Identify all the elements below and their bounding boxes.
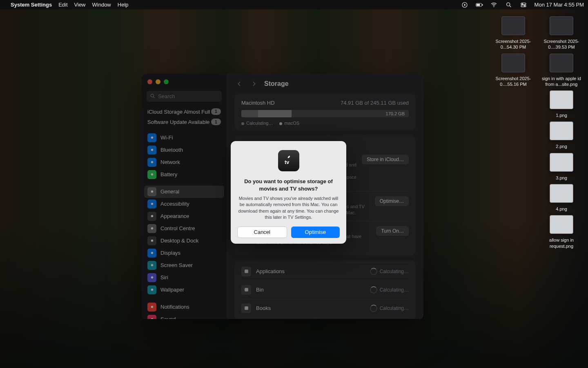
svg-rect-2 — [477, 4, 480, 6]
playback-icon[interactable] — [461, 1, 468, 9]
sidebar-item-accessibility[interactable]: Accessibility — [144, 198, 224, 210]
sidebar-item-control-centre[interactable]: Control Centre — [144, 222, 224, 235]
file-label: Screenshot 2025-0...54.30 PM — [491, 38, 536, 50]
desktop-file[interactable]: sign in with apple id from a...site.png — [539, 54, 584, 88]
svg-point-15 — [151, 191, 153, 193]
wifi-icon[interactable] — [490, 1, 498, 9]
svg-point-25 — [151, 318, 153, 319]
sidebar-item-sound[interactable]: Sound — [144, 313, 224, 319]
sidebar-item-label: Battery — [160, 171, 177, 177]
sidebar-alert[interactable]: iCloud Storage Almost Full1 — [142, 106, 227, 117]
wallpaper-icon — [147, 285, 156, 294]
menu-edit[interactable]: Edit — [58, 2, 67, 8]
file-thumbnail-icon — [501, 16, 525, 35]
nav-forward-button[interactable] — [249, 79, 258, 88]
network-icon — [147, 158, 156, 167]
svg-point-21 — [151, 264, 153, 266]
legend-calculating: Calculating… — [241, 121, 273, 126]
storage-row-developer[interactable]: DeveloperCalculating… — [241, 317, 409, 319]
desktop-dock-icon — [147, 236, 156, 245]
storage-row-icon — [241, 285, 251, 295]
sound-icon — [147, 315, 156, 319]
recommendation-button[interactable]: Optimise… — [375, 196, 409, 206]
svg-rect-3 — [482, 4, 483, 6]
sidebar-item-general[interactable]: General — [144, 186, 224, 198]
sidebar-item-label: Displays — [160, 250, 180, 256]
svg-point-22 — [151, 276, 153, 278]
app-menu[interactable]: System Settings — [11, 2, 52, 8]
close-button[interactable] — [147, 79, 152, 84]
battery-icon[interactable] — [476, 1, 483, 9]
optimise-storage-dialog: tv Do you want to optimise storage of mo… — [231, 141, 346, 244]
sidebar-item-appearance[interactable]: Appearance — [144, 210, 224, 222]
appearance-icon — [147, 212, 156, 221]
storage-row-bin[interactable]: BinCalculating… — [241, 280, 409, 299]
menu-help[interactable]: Help — [118, 2, 129, 8]
sidebar-item-bluetooth[interactable]: Bluetooth — [144, 144, 224, 156]
storage-summary-panel: Macintosh HD 74.91 GB of 245.11 GB used … — [235, 94, 415, 130]
wi-fi-icon — [147, 133, 156, 142]
minimize-button[interactable] — [156, 79, 160, 84]
zoom-button[interactable] — [164, 79, 169, 84]
storage-row-value: Calculating… — [370, 268, 409, 275]
menu-window[interactable]: Window — [92, 2, 111, 8]
sidebar-item-screen-saver[interactable]: Screen Saver — [144, 259, 224, 272]
sidebar-search[interactable]: Search — [147, 91, 222, 102]
sidebar-item-desktop-dock[interactable]: Desktop & Dock — [144, 235, 224, 247]
desktop-file[interactable]: Screenshot 2025-0...54.30 PM — [491, 16, 536, 50]
spinner-icon — [370, 286, 377, 294]
sidebar-item-wi-fi[interactable]: Wi-Fi — [144, 132, 224, 144]
optimise-button[interactable]: Optimise — [291, 227, 340, 238]
storage-row-applications[interactable]: ApplicationsCalculating… — [241, 262, 409, 280]
menu-view[interactable]: View — [74, 2, 86, 8]
sidebar-item-label: Screen Saver — [160, 262, 193, 268]
spinner-icon — [370, 305, 377, 312]
sidebar-item-displays[interactable]: Displays — [144, 247, 224, 259]
control-center-icon[interactable] — [520, 1, 527, 9]
desktop-file[interactable]: 4.png — [539, 184, 584, 212]
sidebar-alert[interactable]: Software Update Available1 — [142, 116, 227, 127]
storage-row-books[interactable]: BooksCalculating… — [241, 299, 409, 317]
control-centre-icon — [147, 224, 156, 233]
desktop-file[interactable]: Screenshot 2025-0....55.16 PM — [491, 54, 536, 88]
desktop-file[interactable]: Screenshot 2025-0....39.53 PM — [539, 16, 584, 50]
desktop-file[interactable]: allow sign in request.png — [539, 215, 584, 249]
sidebar-item-label: Desktop & Dock — [160, 238, 198, 244]
recommendation-button[interactable]: Turn On… — [376, 226, 409, 236]
svg-point-17 — [151, 215, 153, 217]
desktop-file[interactable]: 2.png — [539, 121, 584, 149]
file-label: 4.png — [556, 206, 567, 212]
sidebar-item-label: Bluetooth — [160, 147, 183, 153]
svg-point-11 — [151, 137, 153, 139]
file-thumbnail-icon — [550, 121, 573, 140]
desktop-files: Screenshot 2025-0...54.30 PMScreenshot 2… — [491, 16, 584, 249]
storage-row-value: Calculating… — [370, 305, 409, 312]
svg-point-5 — [506, 2, 510, 6]
svg-point-8 — [522, 3, 523, 4]
alert-badge: 1 — [211, 108, 221, 115]
svg-point-24 — [151, 306, 153, 308]
svg-point-16 — [151, 203, 153, 205]
sidebar-item-siri[interactable]: Siri — [144, 272, 224, 284]
alert-text: Software Update Available — [147, 119, 209, 126]
desktop-file[interactable]: 1.png — [539, 90, 584, 118]
sidebar-item-network[interactable]: Network — [144, 156, 224, 168]
desktop-file[interactable]: 3.png — [539, 153, 584, 181]
spotlight-icon[interactable] — [505, 1, 512, 9]
sidebar-item-wallpaper[interactable]: Wallpaper — [144, 284, 224, 296]
file-thumbnail-icon — [501, 54, 525, 72]
menubar-clock[interactable]: Mon 17 Mar 4:55 PM — [535, 2, 584, 8]
file-label: allow sign in request.png — [539, 237, 584, 249]
svg-rect-30 — [245, 288, 248, 292]
sidebar-item-label: Control Centre — [160, 225, 195, 231]
sidebar-item-battery[interactable]: Battery — [144, 168, 224, 181]
storage-row-value: Calculating… — [370, 286, 409, 294]
svg-rect-29 — [245, 269, 248, 273]
accessibility-icon — [147, 200, 156, 209]
recommendation-button[interactable]: Store in iCloud… — [362, 155, 409, 164]
cancel-button[interactable]: Cancel — [237, 227, 287, 238]
screen-saver-icon — [147, 261, 156, 270]
nav-back-button[interactable] — [235, 79, 244, 88]
sidebar-item-notifications[interactable]: Notifications — [144, 301, 224, 313]
file-label: Screenshot 2025-0....55.16 PM — [491, 76, 536, 88]
